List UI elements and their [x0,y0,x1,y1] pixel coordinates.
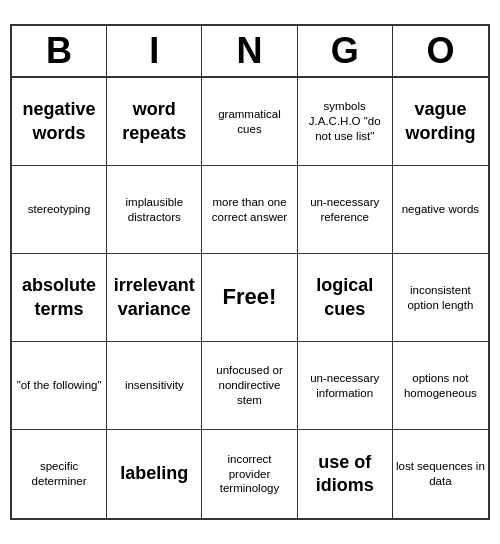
bingo-card: BINGO negative wordsword repeatsgrammati… [10,24,490,520]
bingo-cell-20: specific determiner [12,430,107,518]
header-letter-n: N [202,26,297,76]
bingo-cell-17: unfocused or nondirective stem [202,342,297,430]
bingo-cell-18: un-necessary information [298,342,393,430]
bingo-cell-24: lost sequences in data [393,430,488,518]
bingo-cell-7: more than one correct answer [202,166,297,254]
bingo-cell-23: use of idioms [298,430,393,518]
bingo-cell-16: insensitivity [107,342,202,430]
bingo-cell-22: incorrect provider terminology [202,430,297,518]
bingo-cell-0: negative words [12,78,107,166]
bingo-cell-2: grammatical cues [202,78,297,166]
bingo-cell-1: word repeats [107,78,202,166]
bingo-cell-21: labeling [107,430,202,518]
bingo-grid: negative wordsword repeatsgrammatical cu… [12,78,488,518]
bingo-cell-8: un-necessary reference [298,166,393,254]
bingo-cell-15: "of the following" [12,342,107,430]
bingo-cell-6: implausible distractors [107,166,202,254]
header-letter-g: G [298,26,393,76]
bingo-cell-5: stereotyping [12,166,107,254]
bingo-cell-3: symbols J.A.C.H.O "do not use list" [298,78,393,166]
header-letter-o: O [393,26,488,76]
bingo-cell-9: negative words [393,166,488,254]
bingo-cell-13: logical cues [298,254,393,342]
bingo-cell-10: absolute terms [12,254,107,342]
bingo-cell-14: inconsistent option length [393,254,488,342]
bingo-cell-12: Free! [202,254,297,342]
bingo-cell-4: vague wording [393,78,488,166]
bingo-cell-11: irrelevant variance [107,254,202,342]
header-letter-b: B [12,26,107,76]
header-letter-i: I [107,26,202,76]
bingo-header: BINGO [12,26,488,78]
bingo-cell-19: options not homogeneous [393,342,488,430]
